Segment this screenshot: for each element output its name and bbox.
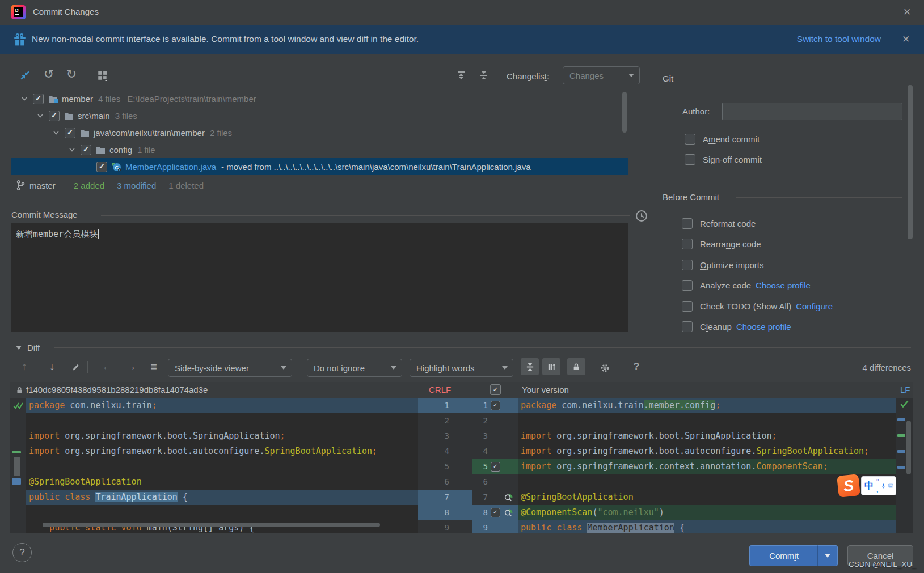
checkbox[interactable] — [682, 321, 693, 332]
help-button[interactable]: ? — [12, 543, 32, 562]
checkbox[interactable]: ✓ — [491, 508, 500, 517]
microphone-icon[interactable] — [881, 481, 885, 491]
sogou-logo-icon[interactable]: S — [837, 474, 860, 498]
all-changes-checkbox[interactable]: ✓ — [490, 384, 501, 395]
collapse-unchanged-toggle[interactable] — [521, 358, 539, 375]
option-link[interactable]: Choose profile — [756, 281, 811, 290]
stripe-mark-changed[interactable] — [897, 466, 905, 469]
checkbox[interactable] — [685, 154, 695, 165]
banner-close-icon[interactable]: ✕ — [900, 33, 912, 46]
option-link[interactable]: Choose profile — [736, 322, 791, 332]
checkbox[interactable]: ✓ — [491, 401, 500, 410]
ime-punctuation-icon[interactable]: °‚ — [876, 478, 879, 494]
option-row[interactable]: Rearrange code — [682, 239, 909, 250]
author-input[interactable] — [722, 103, 902, 120]
align-changes-toggle[interactable] — [542, 358, 560, 375]
left-line-number: 5 — [418, 459, 472, 474]
stripe-mark-changed[interactable] — [897, 450, 905, 453]
chevron-down-icon[interactable] — [53, 129, 60, 136]
inspect-icon[interactable] — [504, 493, 513, 502]
tree-expand-toggle[interactable] — [32, 112, 49, 119]
tree-row[interactable]: ✓CMemberApplication.java- moved from ..\… — [11, 158, 628, 175]
checkbox[interactable]: ✓ — [81, 145, 91, 155]
option-link[interactable]: Configure — [796, 302, 833, 311]
scroll-thumb-mark[interactable] — [14, 457, 20, 476]
option-row[interactable]: Optimize imports — [682, 259, 909, 270]
chevron-down-icon[interactable] — [37, 112, 44, 119]
group-by-button[interactable] — [94, 68, 111, 83]
chevron-down-icon[interactable] — [21, 95, 28, 102]
ime-chinese-mode-icon[interactable]: 中 — [864, 480, 874, 492]
tree-row[interactable]: ✓member4 filesE:\IdeaProjects\train\trai… — [11, 90, 628, 107]
changelist-combo[interactable]: Changes — [563, 66, 640, 84]
lock-icon — [16, 386, 23, 394]
tree-row[interactable]: ✓src\main3 files — [11, 107, 628, 124]
viewer-mode-combo[interactable]: Side-by-side viewer — [168, 359, 292, 377]
stripe-mark-added[interactable] — [897, 434, 905, 437]
option-row[interactable]: CleanupChoose profile — [682, 321, 909, 333]
checkbox[interactable]: ✓ — [96, 162, 107, 172]
option-row[interactable]: Sign-off commit — [685, 154, 900, 165]
left-code-pane[interactable]: package com.neilxu.train;import org.spri… — [26, 398, 418, 533]
highlight-mode-combo[interactable]: Highlight words — [410, 359, 513, 377]
keyboard-icon[interactable] — [888, 482, 893, 489]
rollback-button[interactable]: ↺ — [41, 66, 57, 83]
inspect-icon[interactable] — [504, 508, 513, 517]
whitespace-combo[interactable]: Do not ignore — [307, 359, 402, 377]
tree-expand-toggle[interactable] — [48, 129, 65, 136]
tree-row[interactable]: ✓java\com\neilxu\train\member2 files — [11, 124, 628, 141]
question-icon: ? — [634, 361, 639, 372]
option-row[interactable]: Analyze codeChoose profile — [682, 280, 909, 291]
checkbox[interactable] — [682, 260, 693, 270]
checkbox[interactable]: ✓ — [65, 128, 75, 138]
show-diff-button[interactable] — [17, 68, 33, 83]
gutter-icon-slot — [503, 508, 514, 517]
expand-all-button[interactable] — [454, 69, 469, 82]
tree-expand-toggle[interactable] — [16, 95, 33, 102]
refresh-button[interactable]: ↻ — [64, 66, 79, 83]
checkbox[interactable] — [682, 218, 693, 229]
option-label: Optimize imports — [700, 260, 764, 270]
edit-source-button[interactable] — [69, 360, 83, 374]
checkbox[interactable] — [682, 239, 693, 249]
right-code-pane[interactable]: package com.neilxu.train.member.config;i… — [518, 398, 896, 533]
commit-options-arrow-button[interactable] — [817, 545, 838, 566]
checkbox[interactable]: ✓ — [49, 111, 60, 121]
commit-button[interactable]: Commit — [749, 545, 818, 566]
collapse-all-button[interactable] — [476, 69, 491, 82]
apply-left-button[interactable]: ← — [100, 359, 115, 374]
dialog-scrollbar[interactable] — [908, 85, 913, 239]
window-close-icon[interactable]: ✕ — [901, 6, 913, 19]
option-row[interactable]: Reformat code — [682, 218, 909, 229]
tree-expand-toggle[interactable] — [64, 146, 81, 153]
stripe-mark-changed[interactable] — [897, 418, 905, 421]
checkbox[interactable] — [685, 134, 695, 145]
diff-collapse-toggle[interactable] — [14, 342, 24, 353]
checkbox[interactable]: ✓ — [33, 94, 44, 104]
sync-scroll-toggle[interactable] — [567, 358, 585, 375]
checkbox[interactable] — [682, 280, 693, 291]
tree-row[interactable]: ✓config1 file — [11, 141, 628, 158]
commit-history-button[interactable] — [634, 209, 649, 223]
next-difference-button[interactable]: ↓ — [45, 359, 60, 374]
option-row[interactable]: Amend commit — [685, 133, 900, 145]
compare-mode-menu-button[interactable]: ≡ — [146, 359, 162, 374]
option-row[interactable]: Check TODO (Show All)Configure — [682, 300, 909, 312]
clock-icon — [635, 210, 648, 222]
diff-help-button[interactable]: ? — [630, 359, 643, 374]
checkbox[interactable] — [682, 301, 693, 312]
diff-scrollbar[interactable] — [906, 421, 911, 474]
checkbox[interactable]: ✓ — [491, 462, 500, 472]
tree-scrollbar[interactable] — [622, 92, 627, 133]
left-pane-horizontal-scrollbar[interactable] — [43, 523, 380, 527]
commit-message-input[interactable]: 新增member会员模块 — [11, 223, 628, 332]
right-line-ending[interactable]: LF — [900, 385, 910, 394]
expand-all-icon — [457, 71, 466, 80]
previous-difference-button[interactable]: ↑ — [17, 359, 32, 374]
chevron-down-icon[interactable] — [69, 146, 75, 153]
switch-to-tool-window-link[interactable]: Switch to tool window — [797, 34, 881, 44]
folder-icon — [80, 129, 90, 137]
left-line-ending[interactable]: CRLF — [429, 385, 451, 394]
diff-settings-button[interactable] — [597, 360, 613, 375]
apply-right-button[interactable]: → — [124, 359, 138, 374]
